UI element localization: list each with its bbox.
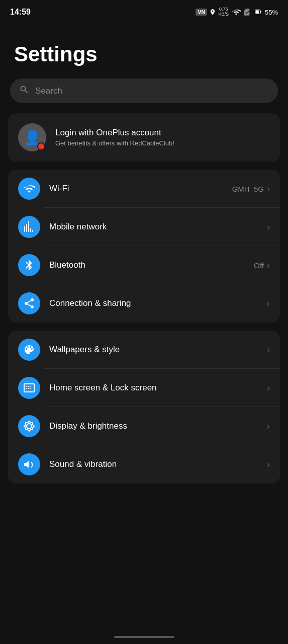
wifi-value: GMH_5G xyxy=(232,185,264,193)
bluetooth-icon xyxy=(18,254,40,276)
settings-item-display[interactable]: Display & brightness › xyxy=(8,407,280,445)
sound-label: Sound & vibration xyxy=(49,459,264,469)
search-icon xyxy=(19,85,29,97)
wifi-label: Wi-Fi xyxy=(49,184,232,194)
status-bar: 14:59 VN 0.76 KB/S 55% xyxy=(0,0,288,22)
settings-item-homescreen[interactable]: Home screen & Lock screen › xyxy=(8,369,280,407)
battery-icon xyxy=(253,9,264,16)
wifi-icon xyxy=(18,178,40,200)
settings-item-bluetooth[interactable]: Bluetooth Off › xyxy=(8,246,280,284)
wifi-status-icon xyxy=(232,8,241,17)
display-group-card: Wallpapers & style › Home screen & Lock … xyxy=(8,331,280,484)
status-time: 14:59 xyxy=(10,8,31,17)
svg-rect-2 xyxy=(255,10,258,13)
oneplus-text: Login with OnePlus account Get benefits … xyxy=(55,128,174,147)
homescreen-chevron: › xyxy=(267,383,270,393)
avatar: 👤 xyxy=(18,123,46,151)
search-bar[interactable]: Search xyxy=(10,78,278,103)
data-speed-indicator: 0.76 KB/S xyxy=(218,7,229,17)
network-group-card: Wi-Fi GMH_5G › Mobile network › Bluetoot… xyxy=(8,170,280,323)
oneplus-subtitle: Get benefits & offers with RedCableClub! xyxy=(55,139,174,147)
connection-chevron: › xyxy=(267,298,270,309)
settings-item-wallpapers[interactable]: Wallpapers & style › xyxy=(8,331,280,369)
mobile-label: Mobile network xyxy=(49,222,264,232)
connection-icon xyxy=(18,292,40,314)
status-icons: VN 0.76 KB/S 55% xyxy=(196,7,278,17)
display-label: Display & brightness xyxy=(49,421,264,431)
bottom-bar xyxy=(0,630,288,644)
battery-status: 55% xyxy=(253,9,278,16)
homescreen-label: Home screen & Lock screen xyxy=(49,383,264,393)
settings-item-connection[interactable]: Connection & sharing › xyxy=(8,284,280,323)
display-chevron: › xyxy=(267,421,270,432)
homescreen-icon xyxy=(18,377,40,399)
settings-item-mobile[interactable]: Mobile network › xyxy=(8,208,280,246)
wallpaper-label: Wallpapers & style xyxy=(49,345,264,355)
svg-rect-1 xyxy=(260,11,261,13)
bluetooth-chevron: › xyxy=(267,260,270,271)
settings-item-wifi[interactable]: Wi-Fi GMH_5G › xyxy=(8,170,280,208)
oneplus-login-item[interactable]: 👤 Login with OnePlus account Get benefit… xyxy=(8,113,280,162)
sound-icon xyxy=(18,453,40,475)
sound-chevron: › xyxy=(267,459,270,470)
search-placeholder: Search xyxy=(35,86,62,96)
mobile-network-icon xyxy=(18,216,40,238)
sim-icon xyxy=(243,8,251,16)
settings-item-sound[interactable]: Sound & vibration › xyxy=(8,445,280,484)
connection-label: Connection & sharing xyxy=(49,298,264,308)
bluetooth-value: Off xyxy=(254,261,264,270)
display-brightness-icon xyxy=(18,415,40,437)
oneplus-login-card[interactable]: 👤 Login with OnePlus account Get benefit… xyxy=(8,113,280,162)
page-title: Settings xyxy=(0,22,288,78)
bluetooth-label: Bluetooth xyxy=(49,260,254,270)
wallpaper-icon xyxy=(18,339,40,361)
home-indicator xyxy=(114,636,174,638)
mobile-chevron: › xyxy=(267,222,270,232)
red-dot-badge xyxy=(37,142,45,150)
location-icon xyxy=(209,9,216,16)
wallpaper-chevron: › xyxy=(267,345,270,355)
wifi-chevron: › xyxy=(267,184,270,194)
vn-badge: VN xyxy=(196,9,207,16)
oneplus-title: Login with OnePlus account xyxy=(55,128,174,138)
